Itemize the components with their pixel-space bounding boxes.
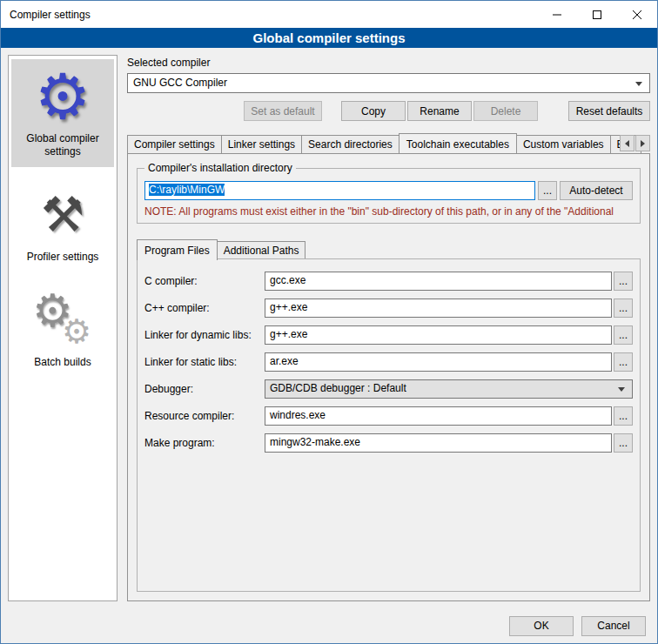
minimize-icon xyxy=(553,10,561,19)
rename-button[interactable]: Rename xyxy=(407,101,472,121)
tab-toolchain-executables[interactable]: Toolchain executables xyxy=(399,133,517,153)
install-dir-group: Compiler's installation directory C:\ray… xyxy=(137,168,641,224)
tab-compiler-settings[interactable]: Compiler settings xyxy=(127,135,222,153)
window-title: Compiler settings xyxy=(1,1,537,28)
c-compiler-browse-button[interactable]: ... xyxy=(614,272,633,291)
page-title: Global compiler settings xyxy=(1,28,657,48)
subtab-additional-paths[interactable]: Additional Paths xyxy=(217,241,306,259)
linker-dynamic-input[interactable]: g++.exe xyxy=(265,325,612,345)
tab-scroll-right-button[interactable] xyxy=(635,135,650,151)
tab-linker-settings[interactable]: Linker settings xyxy=(221,135,302,153)
field-row-cpp-compiler: C++ compiler: g++.exe ... xyxy=(144,299,633,318)
linker-static-input[interactable]: ar.exe xyxy=(265,352,612,372)
reset-defaults-button[interactable]: Reset defaults xyxy=(568,101,650,121)
tab-custom-variables[interactable]: Custom variables xyxy=(516,135,611,153)
tab-scroll-controls xyxy=(620,135,650,151)
hammer-icon: ⚒ xyxy=(13,183,112,247)
compiler-select-value: GNU GCC Compiler xyxy=(133,77,227,89)
subtab-program-files[interactable]: Program Files xyxy=(137,239,218,260)
field-label: Linker for dynamic libs: xyxy=(144,329,265,341)
debugger-select[interactable]: GDB/CDB debugger : Default xyxy=(265,379,633,399)
arrow-left-icon xyxy=(625,140,629,147)
resource-compiler-browse-button[interactable]: ... xyxy=(614,406,633,426)
debugger-select-value: GDB/CDB debugger : Default xyxy=(270,382,406,394)
resource-compiler-input[interactable]: windres.exe xyxy=(265,406,612,426)
chevron-down-icon xyxy=(618,387,625,392)
linker-static-browse-button[interactable]: ... xyxy=(614,352,633,372)
field-row-linker-dynamic: Linker for dynamic libs: g++.exe ... xyxy=(144,325,633,345)
field-label: Make program: xyxy=(144,437,265,449)
close-icon xyxy=(633,10,641,19)
field-label: C compiler: xyxy=(144,275,265,287)
sidebar-item-global-compiler-settings[interactable]: ⚙ Global compiler settings xyxy=(11,59,114,167)
close-button[interactable] xyxy=(617,1,657,28)
delete-button[interactable]: Delete xyxy=(473,101,538,121)
install-dir-group-title: Compiler's installation directory xyxy=(144,162,296,174)
field-label: Resource compiler: xyxy=(144,410,265,422)
minimize-button[interactable] xyxy=(537,1,577,28)
compiler-settings-window: Compiler settings Global compiler settin… xyxy=(0,0,658,644)
gear-icon: ⚙ xyxy=(13,64,112,129)
ok-button[interactable]: OK xyxy=(509,616,574,636)
c-compiler-input[interactable]: gcc.exe xyxy=(265,272,612,291)
note-text: NOTE: All programs must exist either in … xyxy=(144,205,633,218)
field-label: Debugger: xyxy=(144,383,265,395)
linker-dynamic-browse-button[interactable]: ... xyxy=(614,325,633,345)
auto-detect-button[interactable]: Auto-detect xyxy=(560,181,633,200)
program-files-tab-bar: Program Files Additional Paths xyxy=(137,239,641,259)
cpp-compiler-browse-button[interactable]: ... xyxy=(614,299,633,318)
sidebar: ⚙ Global compiler settings ⚒ Profiler se… xyxy=(8,55,118,601)
set-as-default-button[interactable]: Set as default xyxy=(244,101,322,121)
tab-scroll-left-button[interactable] xyxy=(620,135,634,151)
tab-search-directories[interactable]: Search directories xyxy=(301,135,400,153)
sidebar-item-batch-builds[interactable]: ⚙⚙ Batch builds xyxy=(11,283,114,378)
titlebar: Compiler settings xyxy=(1,1,657,28)
field-row-resource-compiler: Resource compiler: windres.exe ... xyxy=(144,406,633,426)
settings-tab-bar: Compiler settings Linker settings Search… xyxy=(127,132,650,153)
dialog-footer: OK Cancel xyxy=(1,608,657,643)
dialog-content: ⚙ Global compiler settings ⚒ Profiler se… xyxy=(1,48,657,608)
field-row-linker-static: Linker for static libs: ar.exe ... xyxy=(144,352,633,372)
install-dir-browse-button[interactable]: ... xyxy=(538,181,557,200)
compiler-select[interactable]: GNU GCC Compiler xyxy=(127,73,650,93)
field-label: Linker for static libs: xyxy=(144,356,265,368)
make-program-input[interactable]: mingw32-make.exe xyxy=(265,433,612,453)
selected-text: C:\raylib\MinGW xyxy=(149,184,225,196)
toolchain-executables-panel: Compiler's installation directory C:\ray… xyxy=(127,153,650,601)
field-row-debugger: Debugger: GDB/CDB debugger : Default xyxy=(144,379,633,399)
install-dir-input[interactable]: C:\raylib\MinGW xyxy=(144,181,535,200)
cpp-compiler-input[interactable]: g++.exe xyxy=(265,299,612,318)
sidebar-item-label: Batch builds xyxy=(13,356,112,369)
program-files-panel: C compiler: gcc.exe ... C++ compiler: g+… xyxy=(137,258,641,592)
field-row-make-program: Make program: mingw32-make.exe ... xyxy=(144,433,633,453)
sidebar-item-label: Profiler settings xyxy=(13,251,112,264)
copy-button[interactable]: Copy xyxy=(341,101,406,121)
chevron-down-icon xyxy=(635,82,642,86)
install-dir-row: C:\raylib\MinGW ... Auto-detect xyxy=(144,181,633,200)
maximize-button[interactable] xyxy=(577,1,617,28)
main-panel: Selected compiler GNU GCC Compiler Set a… xyxy=(127,55,650,601)
make-program-browse-button[interactable]: ... xyxy=(614,433,633,453)
gears-icon: ⚙⚙ xyxy=(13,288,112,352)
arrow-right-icon xyxy=(641,140,645,147)
compiler-buttons-row: Set as default Copy Rename Delete Reset … xyxy=(127,101,650,121)
field-label: C++ compiler: xyxy=(144,302,265,314)
maximize-icon xyxy=(593,10,601,19)
field-row-c-compiler: C compiler: gcc.exe ... xyxy=(144,272,633,291)
sidebar-item-label: Global compiler settings xyxy=(13,132,112,158)
sidebar-item-profiler-settings[interactable]: ⚒ Profiler settings xyxy=(11,178,114,272)
selected-compiler-label: Selected compiler xyxy=(127,57,650,69)
cancel-button[interactable]: Cancel xyxy=(581,616,646,636)
